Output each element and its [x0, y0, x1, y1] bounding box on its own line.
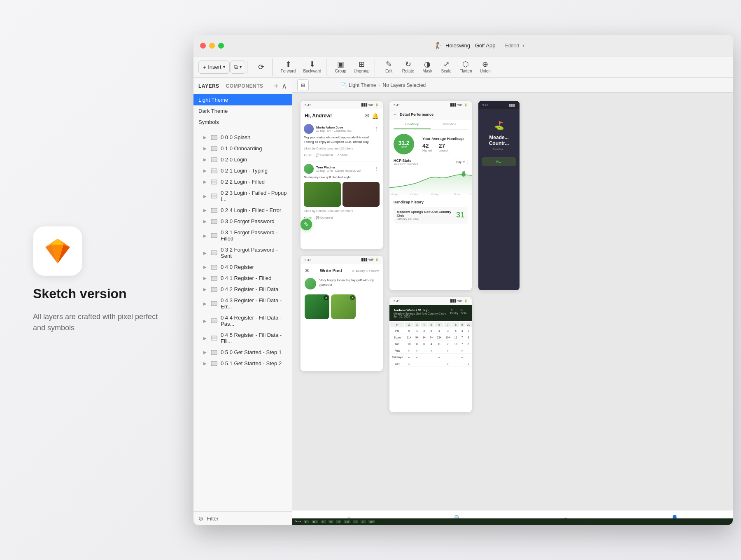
edit-button[interactable]: ✎ Edit	[380, 58, 398, 76]
ungroup-button[interactable]: ⊞ Ungroup	[350, 58, 373, 76]
backward-button[interactable]: ⬇ Backward	[300, 58, 324, 76]
maximize-button[interactable]	[218, 43, 224, 49]
perf-title: Detail Performance	[400, 112, 433, 117]
expand-icon-010: ▶	[203, 146, 208, 151]
layer-item-024[interactable]: ▶ 0 2 4 Login - Filled - Error	[193, 205, 292, 216]
layers-button[interactable]: ⧉ ▾	[231, 61, 245, 74]
canvas-area[interactable]: ⊞ 📄 Light Theme › No Layers Selected	[292, 78, 733, 525]
flatten-label: Flatten	[459, 69, 472, 73]
wp-img-1-remove[interactable]: ✕	[324, 295, 329, 300]
perf-tab-statistics[interactable]: Statistics	[431, 120, 468, 129]
tab-layers[interactable]: LAYERS	[198, 83, 219, 89]
layer-item-050[interactable]: ▶ 0 5 0 Get Started - Step 1	[193, 347, 292, 358]
feed-status-bar: 9:41 ▊▊▊ WiFi 🔋	[301, 101, 383, 109]
layer-010-label: 0 1 0 Onboarding	[221, 145, 287, 152]
post1-more-icon: ⋮	[374, 126, 380, 132]
layer-item-020[interactable]: ▶ 0 2 0 Login	[193, 154, 292, 165]
add-page-icon[interactable]: +	[274, 82, 278, 90]
feed-header-icons: ✉ 🔔	[364, 112, 379, 119]
svg-text:5 Oct: 5 Oct	[470, 193, 472, 196]
feed-time: 9:41	[305, 103, 311, 107]
artboard-icon-043	[210, 301, 218, 306]
svg-rect-26	[212, 252, 216, 254]
day-selector[interactable]: Day ▾	[454, 159, 468, 165]
edit-icon: ✎	[386, 61, 392, 68]
score-time: 9:41	[394, 299, 400, 303]
close-button[interactable]	[200, 43, 206, 49]
user-avatar-2	[304, 164, 314, 174]
layer-item-044[interactable]: ▶ 0 4 4 Register - Fill Data - Pas...	[193, 312, 292, 329]
wp-img-2-remove[interactable]: ✕	[350, 295, 355, 300]
layer-item-022[interactable]: ▶ 0 2 2 Login - Filled	[193, 176, 292, 187]
artboard-icon-024	[210, 208, 218, 213]
flatten-button[interactable]: ⬡ Flatten	[456, 58, 475, 76]
score-col-4: 5	[428, 322, 434, 327]
minimize-button[interactable]	[209, 43, 215, 49]
layer-item-030[interactable]: ▶ 0 3 0 Forgot Password	[193, 216, 292, 227]
group-button[interactable]: ▣ Group	[331, 58, 350, 76]
hcp-highest: 42 Highest	[422, 142, 432, 152]
toolbar-group-sync: ⟳	[251, 58, 273, 76]
layer-item-043[interactable]: ▶ 0 4 3 Register - Fill Data - Err...	[193, 295, 292, 312]
write-post-header: ✕ Write Post ▷ Expiry ▷ Follow	[305, 267, 379, 274]
layer-031-label: 0 3 1 Forgot Password - Filled	[221, 229, 287, 242]
post2-more-icon: ⋮	[374, 166, 380, 172]
perf-header: ← Detail Performance	[389, 109, 472, 120]
wp-time: 9:41	[305, 258, 311, 262]
layer-041-label: 0 4 1 Register - Filled	[221, 275, 287, 281]
avg-handicap-info: Your Average Handicap 42 Highest 27	[422, 137, 464, 152]
insert-button[interactable]: + Insert ▾	[198, 61, 230, 74]
filter-button[interactable]: ⊜ Filter	[193, 511, 292, 525]
perf-tabs: Handicap Statistics	[394, 120, 468, 130]
group-icon: ▣	[337, 61, 344, 68]
back-arrow-icon: ←	[394, 112, 397, 117]
post1-user-name: Maria Adam Jose	[316, 126, 371, 129]
club-name: Meadow Springs Golf And Country Club	[397, 210, 456, 217]
sync-button[interactable]: ⟳	[252, 58, 270, 76]
layer-item-032[interactable]: ▶ 0 3 2 Forgot Password - Sent	[193, 244, 292, 261]
perf-tab-handicap[interactable]: Handicap	[394, 120, 431, 129]
layer-item-045[interactable]: ▶ 0 4 5 Register - Fill Data - Fill...	[193, 329, 292, 347]
plus-icon: +	[203, 64, 206, 70]
layer-item-042[interactable]: ▶ 0 4 2 Register - Fill Data	[193, 284, 292, 295]
layer-item-040[interactable]: ▶ 0 4 0 Register	[193, 261, 292, 273]
mask-icon: ◑	[424, 61, 431, 68]
page-symbols-label: Symbols	[198, 119, 287, 125]
post2-user-name: Tom Fischer	[316, 166, 371, 169]
layer-item-000[interactable]: ▶ 0 0 0 Splash	[193, 132, 292, 143]
score-row-score: Score 11+9+8+7+12+10+11797	[390, 335, 472, 341]
forward-button[interactable]: ⬆ Forward	[277, 58, 299, 76]
hcp-chart: 32 8 Sep 15 Sep 22 Sep 29 Sep 5 Oct	[389, 167, 472, 196]
layer-item-041[interactable]: ▶ 0 4 1 Register - Filled	[193, 273, 292, 284]
collapse-icon[interactable]: ∧	[282, 82, 287, 90]
sidebar-page-dark-theme[interactable]: Dark Theme	[193, 105, 292, 117]
layer-item-031[interactable]: ▶ 0 3 1 Forgot Password - Filled	[193, 227, 292, 244]
title-bar-center: 🏌️ Holeswing - Golf App — Edited ▾	[232, 42, 726, 49]
grid-view-button[interactable]: ⊞	[297, 79, 309, 91]
sidebar-page-symbols[interactable]: Symbols	[193, 117, 292, 128]
hcp-minmax: 42 Highest 27 Lowest	[422, 142, 464, 152]
rotate-icon: ↻	[405, 61, 411, 68]
rotate-button[interactable]: ↻ Rotate	[399, 58, 417, 76]
layer-item-010[interactable]: ▶ 0 1 0 Onboarding	[193, 143, 292, 154]
perf-mockup: 9:41 ▊▊▊ WiFi 🔋 ← Detail Performance Han…	[389, 101, 472, 290]
backward-label: Backward	[303, 69, 321, 73]
expand-icon-031: ▶	[203, 233, 208, 238]
layer-item-023[interactable]: ▶ 0 2 3 Login - Failed - Popup I...	[193, 187, 292, 205]
layer-023-label: 0 2 3 Login - Failed - Popup I...	[221, 190, 287, 202]
layer-item-021[interactable]: ▶ 0 2 1 Login - Typing	[193, 165, 292, 176]
tab-components[interactable]: COMPONENTS	[226, 83, 263, 89]
perf-signal: ▊▊▊ WiFi 🔋	[450, 103, 468, 107]
sidebar-page-light-theme[interactable]: Light Theme	[193, 94, 292, 105]
mask-button[interactable]: ◑ Mask	[418, 58, 436, 76]
scale-button[interactable]: ⤢ Scale	[437, 58, 455, 76]
fab-button[interactable]: ✎	[301, 219, 312, 230]
artboard-icon-023	[210, 193, 218, 199]
layer-item-051[interactable]: ▶ 0 5 1 Get Started - Step 2	[193, 358, 292, 369]
post2-liked: Liked by Christo Lenz and 12 others	[304, 209, 380, 214]
expand-icon-050: ▶	[203, 350, 208, 355]
page-light-theme-label: Light Theme	[198, 97, 287, 103]
union-button[interactable]: ⊕ Union	[476, 58, 494, 76]
sidebar-tabs: LAYERS COMPONENTS + ∧	[193, 78, 292, 94]
tab-actions: + ∧	[274, 82, 287, 90]
